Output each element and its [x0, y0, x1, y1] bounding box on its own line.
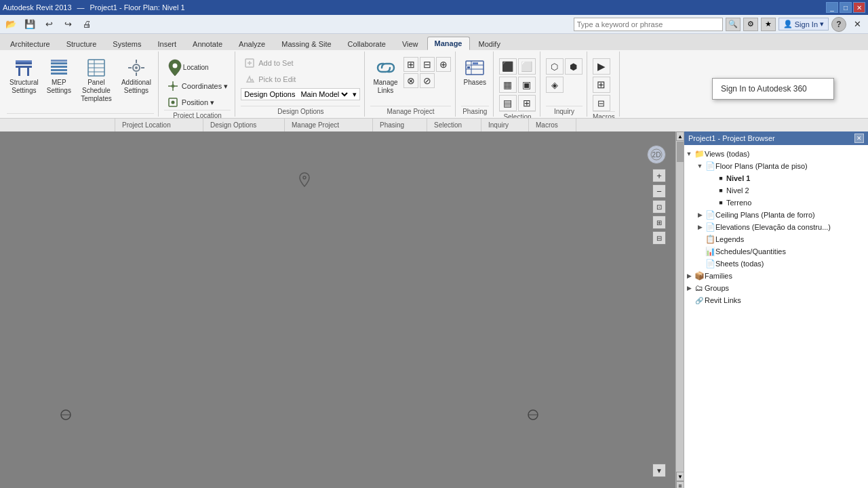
canvas-marker-bottom-right [526, 408, 540, 423]
browser-close-button[interactable]: ✕ [854, 134, 864, 143]
tree-toggle-floor-plans[interactable]: ▼ [695, 161, 705, 171]
selection-btn1[interactable]: ⬛ [499, 58, 517, 75]
tree-item-groups[interactable]: ▶ 🗂 Groups [684, 282, 868, 294]
tab-insert[interactable]: Insert [151, 37, 184, 50]
minimize-button[interactable]: _ [826, 2, 838, 13]
macros-btn1[interactable]: ▶ [593, 58, 610, 75]
scroll-down-button[interactable]: ▼ [652, 464, 666, 477]
tree-toggle-groups[interactable]: ▶ [684, 283, 694, 293]
view-cube-button[interactable]: ⊟ [652, 231, 666, 245]
section-label-phasing: Phasing [373, 119, 427, 131]
tree-toggle-elevations[interactable]: ▶ [695, 222, 705, 232]
zoom-region-button[interactable]: ⊞ [652, 216, 666, 229]
close-info-button[interactable]: ✕ [849, 17, 865, 32]
tree-toggle-families[interactable]: ▶ [684, 271, 694, 281]
tree-item-ceiling-plans[interactable]: ▶ 📄 Ceiling Plans (Planta de forro) [684, 209, 868, 221]
maximize-button[interactable]: □ [840, 2, 852, 13]
design-options-arrow: ▾ [353, 90, 357, 99]
sign-in-autodesk-360[interactable]: Sign In to Autodesk 360 [713, 79, 833, 99]
macros-btn3[interactable]: ⊟ [593, 95, 610, 111]
selection-btn2[interactable]: ⬜ [518, 58, 536, 75]
tab-architecture[interactable]: Architecture [3, 37, 58, 50]
tree-toggle-ceiling-plans[interactable]: ▶ [695, 210, 705, 220]
tab-annotate[interactable]: Annotate [185, 37, 230, 50]
zoom-in-button[interactable]: + [652, 169, 666, 182]
tree-item-terreno[interactable]: ▶ ■ Terreno [684, 197, 868, 209]
tree-item-legends[interactable]: ▶ 📋 Legends [684, 233, 868, 245]
position-button[interactable]: Position ▾ [164, 95, 231, 110]
ribbon-group-manage-project: ManageLinks ⊞ ⊟ ⊕ ⊗ ⊘ Manage Project [366, 52, 455, 117]
bookmark-button[interactable]: ★ [761, 18, 776, 31]
search-input[interactable] [574, 18, 723, 31]
tree-item-floor-plans[interactable]: ▼ 📄 Floor Plans (Planta de piso) [684, 160, 868, 172]
quick-access-redo[interactable]: ↪ [60, 17, 76, 32]
manage-sub-btn3[interactable]: ⊕ [436, 57, 451, 72]
project-browser: Project1 - Project Browser ✕ ▼ 📁 Views (… [684, 131, 868, 488]
manage-links-button[interactable]: ManageLinks [370, 56, 400, 96]
tree-item-views[interactable]: ▼ 📁 Views (todas) [684, 148, 868, 160]
manage-project-group-label: Manage Project [370, 106, 450, 117]
scroll-thumb[interactable] [677, 142, 684, 162]
inquiry-btn3[interactable]: ◈ [546, 77, 564, 93]
tree-item-sheets[interactable]: ▶ 📄 Sheets (todas) [684, 258, 868, 270]
tab-manage[interactable]: Manage [427, 37, 470, 50]
manage-sub-btn5[interactable]: ⊘ [420, 73, 435, 88]
canvas-marker-pin [298, 172, 311, 188]
quick-access-undo[interactable]: ↩ [41, 17, 57, 32]
section-label-design-options: Design Options [203, 119, 285, 131]
selection-btn5[interactable]: ▤ [499, 95, 517, 111]
quick-access-save[interactable]: 💾 [22, 17, 38, 32]
tree-item-nivel2[interactable]: ▶ ■ Nivel 2 [684, 184, 868, 197]
quick-access-open[interactable]: 📂 [3, 17, 19, 32]
canvas-area[interactable]: 2D + − ⊡ ⊞ ⊟ ▼ [0, 131, 675, 488]
manage-sub-btn4[interactable]: ⊗ [403, 73, 418, 88]
phases-button[interactable]: Phases [461, 56, 489, 88]
location-button[interactable]: Location [164, 58, 231, 77]
close-button[interactable]: ✕ [853, 2, 865, 13]
tree-item-revit-links[interactable]: ▶ 🔗 Revit Links [684, 294, 868, 306]
nav-widget[interactable]: 2D [647, 145, 666, 164]
quick-access-print[interactable]: 🖨 [79, 17, 95, 32]
tab-view[interactable]: View [395, 37, 426, 50]
pick-to-edit-button[interactable]: Pick to Edit [241, 72, 360, 87]
selection-col: ⬛ ⬜ ▦ ▣ ▤ ⊞ [499, 56, 536, 111]
panel-schedule-button[interactable]: Panel ScheduleTemplates [77, 56, 116, 104]
macros-btn2[interactable]: ⊞ [593, 77, 610, 93]
tab-modify[interactable]: Modify [471, 37, 508, 50]
manage-sub-btn1[interactable]: ⊞ [403, 57, 418, 72]
tab-massing[interactable]: Massing & Site [274, 37, 338, 50]
tab-systems[interactable]: Systems [105, 37, 149, 50]
inquiry-btn1[interactable]: ⬡ [546, 58, 564, 75]
manage-sub-btn2[interactable]: ⊟ [420, 57, 435, 72]
additional-settings-button[interactable]: AdditionalSettings [119, 56, 154, 96]
manage-links-label: ManageLinks [373, 79, 397, 95]
tree-toggle-views[interactable]: ▼ [684, 149, 694, 159]
selection-btn6[interactable]: ⊞ [518, 95, 536, 111]
search-options-button[interactable]: ⚙ [743, 18, 758, 31]
inquiry-btn2[interactable]: ⬢ [565, 58, 583, 75]
tab-collaborate[interactable]: Collaborate [340, 37, 393, 50]
help-button[interactable]: ? [831, 17, 846, 32]
zoom-out-button[interactable]: − [652, 184, 666, 198]
structural-settings-button[interactable]: StructuralSettings [7, 56, 41, 96]
coordinates-button[interactable]: Coordinates ▾ [164, 79, 231, 94]
tree-item-families[interactable]: ▶ 📦 Families [684, 270, 868, 282]
add-to-set-button[interactable]: Add to Set [241, 56, 360, 70]
svg-rect-9 [51, 60, 67, 62]
tree-item-nivel1[interactable]: ▶ ■ Nivel 1 [684, 172, 868, 184]
sign-in-button[interactable]: 👤 Sign In ▾ [778, 18, 829, 30]
design-options-select[interactable]: Main Model [298, 89, 350, 99]
tree-item-elevations[interactable]: ▶ 📄 Elevations (Elevação da constru...) [684, 221, 868, 233]
vertical-scrollbar[interactable]: ▲ ▼ ≡ [675, 131, 684, 488]
design-options-dropdown[interactable]: Design Options Main Model ▾ [241, 88, 360, 100]
selection-btn4[interactable]: ▣ [518, 77, 536, 93]
scroll-track[interactable] [676, 141, 684, 472]
mep-settings-button[interactable]: MEPSettings [44, 56, 74, 96]
search-button[interactable]: 🔍 [726, 18, 741, 31]
tree-item-schedules[interactable]: ▶ 📊 Schedules/Quantities [684, 245, 868, 258]
location-icon [167, 60, 183, 76]
tab-analyze[interactable]: Analyze [231, 37, 273, 50]
tab-structure[interactable]: Structure [59, 37, 104, 50]
selection-btn3[interactable]: ▦ [499, 77, 517, 93]
zoom-fit-button[interactable]: ⊡ [652, 200, 666, 214]
